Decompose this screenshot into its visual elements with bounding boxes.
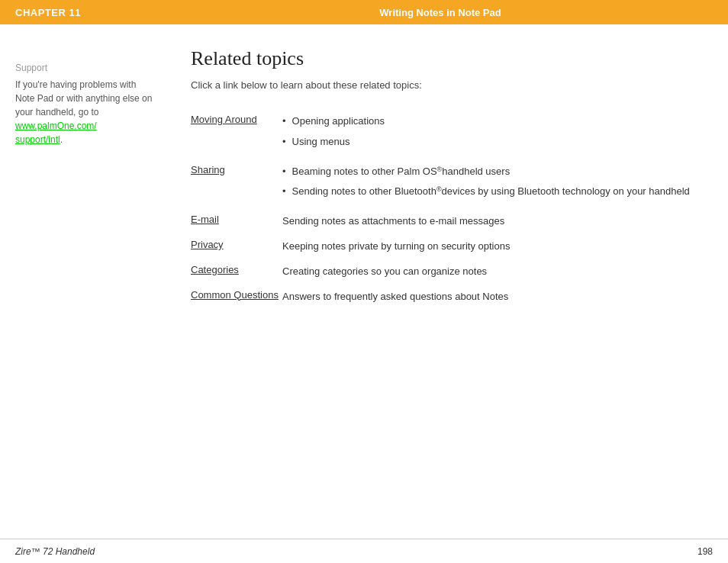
topic-link-cell: Sharing <box>191 159 282 210</box>
header-bar: CHAPTER 11 Writing Notes in Note Pad <box>0 0 728 24</box>
bullet-item: Beaming notes to other Palm OS® handheld… <box>282 164 713 180</box>
bullet-item: Sending notes to other Bluetooth® device… <box>282 184 713 200</box>
common-questions-link[interactable]: Common Questions <box>191 289 279 301</box>
topic-link-cell: E-mail <box>191 209 282 234</box>
table-row: Common Questions Answers to frequently a… <box>191 285 713 310</box>
chapter-title: Writing Notes in Note Pad <box>168 7 713 18</box>
superscript: ® <box>436 184 442 195</box>
brand-name: Zire™ 72 Handheld <box>15 546 95 557</box>
sidebar: Support If you're having problems with N… <box>15 47 168 531</box>
footer-brand: Zire™ 72 Handheld <box>15 546 95 557</box>
topic-desc-cell: Beaming notes to other Palm OS® handheld… <box>282 159 713 210</box>
bullet-item: Opening applications <box>282 114 713 130</box>
table-row: Privacy Keeping notes private by turning… <box>191 234 713 259</box>
main-content: Related topics Click a link below to lea… <box>168 47 713 531</box>
table-row: Moving Around Opening applications Using… <box>191 109 713 159</box>
page-intro: Click a link below to learn about these … <box>191 79 713 91</box>
table-row: Categories Creating categories so you ca… <box>191 259 713 285</box>
footer: Zire™ 72 Handheld 198 <box>0 539 728 563</box>
support-link[interactable]: www.palmOne.com/support/intl <box>15 121 97 145</box>
support-text: If you're having problems with Note Pad … <box>15 78 153 146</box>
topic-desc-cell: Opening applications Using menus <box>282 109 713 159</box>
privacy-link[interactable]: Privacy <box>191 239 224 250</box>
support-label: Support <box>15 63 153 73</box>
email-link[interactable]: E-mail <box>191 214 219 225</box>
categories-link[interactable]: Categories <box>191 264 239 275</box>
topic-link-cell: Moving Around <box>191 109 282 159</box>
topic-desc-cell: Keeping notes private by turning on secu… <box>282 234 713 259</box>
topics-table: Moving Around Opening applications Using… <box>191 109 713 309</box>
superscript: ® <box>437 164 443 175</box>
topic-desc-cell: Creating categories so you can organize … <box>282 259 713 285</box>
table-row: E-mail Sending notes as attachments to e… <box>191 209 713 234</box>
topic-link-cell: Common Questions <box>191 285 282 310</box>
chapter-label: CHAPTER 11 <box>15 7 168 18</box>
topic-link-cell: Privacy <box>191 234 282 259</box>
sharing-link[interactable]: Sharing <box>191 164 225 175</box>
bullet-item: Using menus <box>282 134 713 150</box>
page-title: Related topics <box>191 47 713 70</box>
support-text-content: If you're having problems with Note Pad … <box>15 79 152 117</box>
content-wrapper: Support If you're having problems with N… <box>0 24 728 539</box>
topic-link-cell: Categories <box>191 259 282 285</box>
table-row: Sharing Beaming notes to other Palm OS® … <box>191 159 713 210</box>
topic-desc-cell: Sending notes as attachments to e-mail m… <box>282 209 713 234</box>
topic-desc-cell: Answers to frequently asked questions ab… <box>282 285 713 310</box>
footer-page-number: 198 <box>697 546 713 557</box>
moving-around-link[interactable]: Moving Around <box>191 114 257 125</box>
